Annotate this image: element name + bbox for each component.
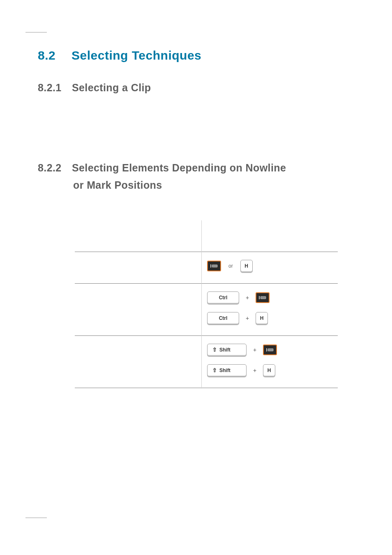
table-header-shortcut xyxy=(201,221,338,252)
plus-separator: + xyxy=(253,367,256,374)
shift-arrow-icon: ⇧ xyxy=(212,368,217,373)
svg-rect-3 xyxy=(261,296,266,299)
or-separator: or xyxy=(228,263,233,269)
table-header-action xyxy=(75,221,201,252)
subsection-2-number: 8.2.2 xyxy=(38,159,62,177)
spacer xyxy=(38,198,354,214)
key-shift-label: Shift xyxy=(219,347,231,353)
subsection-2-heading: 8.2.2 Selecting Elements Depending on No… xyxy=(38,159,354,194)
section-number: 8.2 xyxy=(38,49,55,62)
subsection-2-title-line1: Selecting Elements Depending on Nowline xyxy=(72,162,286,173)
svg-rect-1 xyxy=(212,265,217,267)
table-row: orH xyxy=(75,252,338,283)
key-shift: ⇧Shift xyxy=(207,364,247,377)
footer-rule xyxy=(25,518,47,518)
subsection-1-heading: 8.2.1 Selecting a Clip xyxy=(38,79,354,97)
table-row: Ctrl+Ctrl+H xyxy=(75,283,338,335)
key-h: H xyxy=(240,260,253,272)
table-cell-action xyxy=(75,283,201,335)
key-shift-label: Shift xyxy=(219,368,231,373)
key-ctrl: Ctrl xyxy=(207,312,239,324)
table-cell-shortcuts: ⇧Shift+⇧Shift+H xyxy=(201,335,338,388)
key-ctrl: Ctrl xyxy=(207,291,239,304)
shortcut-line: orH xyxy=(207,259,332,273)
table-cell-shortcuts: Ctrl+Ctrl+H xyxy=(201,283,338,335)
header-rule xyxy=(25,32,47,32)
key-shift: ⇧Shift xyxy=(207,344,247,356)
shortcut-line: Ctrl+ xyxy=(207,290,332,305)
subsection-2-title-line2: or Mark Positions xyxy=(38,176,354,194)
table-header-row xyxy=(75,221,338,252)
plus-separator: + xyxy=(246,294,249,301)
plus-separator: + xyxy=(253,347,256,353)
subsection-1-number: 8.2.1 xyxy=(38,79,62,97)
select-under-nowline-icon xyxy=(256,292,270,303)
shortcut-line: ⇧Shift+ xyxy=(207,342,332,357)
table-cell-shortcuts: orH xyxy=(201,252,338,283)
key-h: H xyxy=(256,312,268,324)
table-cell-action xyxy=(75,335,201,388)
spacer xyxy=(38,101,354,154)
select-under-nowline-icon xyxy=(263,345,277,355)
plus-separator: + xyxy=(246,315,249,321)
subsection-1-title: Selecting a Clip xyxy=(72,82,151,93)
section-title-text: Selecting Techniques xyxy=(71,49,201,62)
table-row: ⇧Shift+⇧Shift+H xyxy=(75,335,338,388)
page: 8.2 Selecting Techniques 8.2.1 Selecting… xyxy=(0,0,392,555)
shortcut-table: orHCtrl+Ctrl+H⇧Shift+⇧Shift+H xyxy=(75,221,338,388)
svg-rect-5 xyxy=(268,349,273,351)
shortcut-line: Ctrl+H xyxy=(207,311,332,326)
shift-arrow-icon: ⇧ xyxy=(212,347,217,352)
section-heading: 8.2 Selecting Techniques xyxy=(38,49,354,62)
select-under-nowline-icon xyxy=(207,261,221,271)
shortcut-line: ⇧Shift+H xyxy=(207,363,332,378)
key-h: H xyxy=(263,364,275,377)
table-cell-action xyxy=(75,252,201,283)
